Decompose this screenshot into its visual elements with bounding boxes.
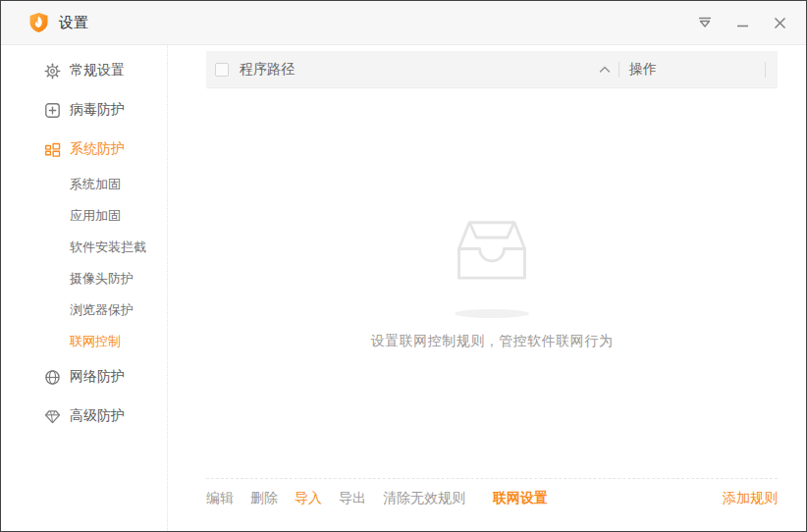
sidebar-item-label: 高级防护: [70, 407, 125, 425]
sidebar-subitem-app-hardening[interactable]: 应用加固: [1, 200, 167, 232]
sidebar-item-label: 病毒防护: [70, 101, 125, 119]
sidebar-item-network-protection[interactable]: 网络防护: [1, 357, 167, 397]
settings-window: 设置: [0, 0, 807, 532]
gear-icon: [44, 63, 61, 80]
import-button[interactable]: 导入: [295, 490, 322, 507]
select-all-checkbox[interactable]: [215, 63, 229, 77]
huorong-shield-logo-icon: [28, 12, 49, 33]
layout-grid-icon: [44, 141, 61, 158]
sidebar-subitem-label: 浏览器保护: [70, 301, 134, 319]
sidebar-subitem-camera-protection[interactable]: 摄像头防护: [1, 263, 167, 294]
network-settings-button[interactable]: 联网设置: [493, 490, 548, 507]
plus-square-icon: [44, 102, 61, 119]
chevron-up-icon[interactable]: [599, 65, 611, 75]
main-menu-icon[interactable]: [690, 9, 720, 36]
empty-icon-shadow: [455, 309, 529, 318]
sidebar-subitem-browser-protection[interactable]: 浏览器保护: [1, 294, 167, 326]
rules-table-header: 程序路径 操作: [206, 51, 778, 88]
sidebar-subitem-label: 软件安装拦截: [70, 239, 146, 256]
column-header-action: 操作: [619, 61, 765, 79]
column-divider: [765, 62, 766, 78]
clear-invalid-rules-button[interactable]: 清除无效规则: [383, 490, 465, 507]
sidebar-item-general-settings[interactable]: 常规设置: [1, 51, 167, 90]
sidebar-subitem-label: 系统加固: [70, 176, 121, 193]
titlebar: 设置: [1, 1, 806, 45]
delete-button[interactable]: 删除: [250, 490, 278, 507]
close-icon[interactable]: [765, 9, 794, 36]
main-panel: 程序路径 操作: [168, 45, 806, 531]
sidebar-subitem-software-install-block[interactable]: 软件安装拦截: [1, 232, 167, 263]
edit-button[interactable]: 编辑: [206, 490, 234, 507]
sidebar-subitem-label: 应用加固: [70, 207, 121, 225]
sidebar-item-label: 系统防护: [70, 140, 125, 158]
empty-state-message: 设置联网控制规则，管控软件联网行为: [371, 333, 614, 350]
globe-icon: [44, 369, 61, 386]
sidebar-subitem-label: 联网控制: [70, 333, 121, 350]
export-button[interactable]: 导出: [339, 490, 366, 507]
sidebar-subitem-label: 摄像头防护: [70, 270, 134, 288]
sidebar-item-virus-protection[interactable]: 病毒防护: [1, 90, 167, 130]
sidebar-item-label: 网络防护: [70, 368, 125, 386]
sidebar-subitem-system-hardening[interactable]: 系统加固: [1, 169, 167, 200]
sidebar-item-label: 常规设置: [70, 62, 125, 80]
minimize-icon[interactable]: [727, 9, 757, 36]
sidebar-item-advanced-protection[interactable]: 高级防护: [1, 397, 167, 436]
column-header-program-path: 程序路径: [240, 61, 599, 79]
sidebar: 常规设置 病毒防护: [1, 45, 168, 531]
add-rule-button[interactable]: 添加规则: [723, 490, 778, 507]
window-body: 常规设置 病毒防护: [1, 45, 806, 531]
diamond-icon: [44, 408, 61, 425]
empty-inbox-icon: [449, 216, 535, 282]
window-title: 设置: [59, 14, 88, 32]
empty-state: 设置联网控制规则，管控软件联网行为: [206, 88, 778, 478]
bottom-toolbar: 编辑 删除 导入 导出 清除无效规则 联网设置 添加规则: [206, 478, 778, 531]
sidebar-subitem-network-control[interactable]: 联网控制: [1, 326, 167, 357]
sidebar-item-system-protection[interactable]: 系统防护: [1, 130, 167, 169]
window-controls: [682, 9, 794, 36]
